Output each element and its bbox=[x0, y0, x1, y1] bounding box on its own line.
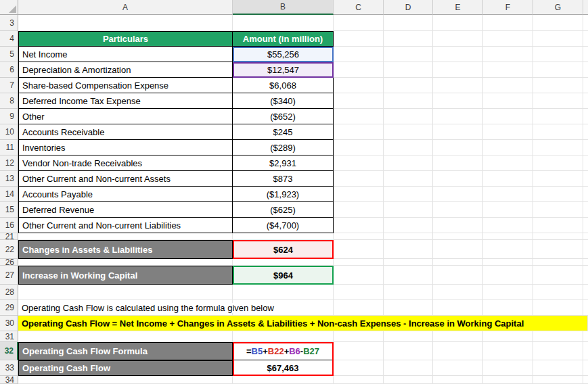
row-header-10[interactable]: 10 bbox=[0, 124, 18, 140]
grid-cell[interactable] bbox=[533, 62, 583, 78]
cell-a22-changes-label[interactable]: Changes in Assets & Liabilities bbox=[18, 240, 233, 259]
grid-cell[interactable] bbox=[433, 300, 483, 316]
grid-cell[interactable] bbox=[384, 124, 433, 140]
grid-cell[interactable] bbox=[583, 331, 588, 342]
grid-cell[interactable] bbox=[433, 240, 483, 259]
row-header-13[interactable]: 13 bbox=[0, 171, 18, 187]
grid-cell[interactable] bbox=[384, 259, 433, 266]
grid-cell[interactable] bbox=[583, 233, 588, 240]
grid-cell[interactable] bbox=[384, 331, 433, 342]
grid-cell[interactable] bbox=[384, 233, 433, 240]
col-header-g[interactable]: G bbox=[533, 0, 583, 15]
cell-a30-highlighted-formula[interactable]: Operating Cash Flow = Net Income + Chang… bbox=[18, 316, 588, 331]
grid-cell[interactable] bbox=[533, 331, 583, 342]
cell-a27-wc-label[interactable]: Increase in Working Capital bbox=[18, 266, 233, 285]
grid-cell[interactable] bbox=[483, 15, 533, 31]
grid-cell[interactable] bbox=[483, 360, 533, 376]
grid-cell[interactable] bbox=[233, 376, 334, 384]
grid-cell[interactable] bbox=[334, 62, 384, 78]
row-header-5[interactable]: 5 bbox=[0, 47, 18, 62]
grid-cell[interactable] bbox=[233, 233, 334, 240]
grid-cell[interactable] bbox=[583, 62, 588, 78]
cell-b33-result-value[interactable]: $67,463 bbox=[233, 360, 334, 376]
grid-cell[interactable] bbox=[334, 109, 384, 124]
grid-cell[interactable] bbox=[533, 31, 583, 47]
cell-a16-label[interactable]: Other Current and Non-current Liabilitie… bbox=[18, 218, 233, 233]
grid-cell[interactable] bbox=[334, 233, 384, 240]
col-header-c[interactable]: C bbox=[334, 0, 384, 15]
grid-cell[interactable] bbox=[384, 155, 433, 171]
grid-cell[interactable] bbox=[433, 124, 483, 140]
grid-cell[interactable] bbox=[18, 285, 233, 300]
cell-b27-wc-value[interactable]: $964 bbox=[233, 266, 334, 285]
grid-cell[interactable] bbox=[533, 285, 583, 300]
grid-cell[interactable] bbox=[533, 109, 583, 124]
grid-cell[interactable] bbox=[583, 360, 588, 376]
cell-b22-changes-value[interactable]: $624 bbox=[233, 240, 334, 259]
grid-cell[interactable] bbox=[583, 78, 588, 93]
grid-cell[interactable] bbox=[483, 218, 533, 233]
grid-cell[interactable] bbox=[334, 285, 384, 300]
grid-cell[interactable] bbox=[384, 266, 433, 285]
cell-a14-label[interactable]: Accounts Payable bbox=[18, 187, 233, 202]
grid-cell[interactable] bbox=[384, 109, 433, 124]
grid-cell[interactable] bbox=[583, 140, 588, 155]
cell-b32-formula[interactable]: = B5 + B22 + B6 - B27 bbox=[233, 342, 334, 360]
cell-b16-value[interactable]: ($4,700) bbox=[233, 218, 334, 233]
cell-b13-value[interactable]: $873 bbox=[233, 171, 334, 187]
row-header-15[interactable]: 15 bbox=[0, 202, 18, 218]
grid-cell[interactable] bbox=[583, 342, 588, 360]
grid-cell[interactable] bbox=[334, 218, 384, 233]
grid-cell[interactable] bbox=[18, 376, 233, 384]
grid-cell[interactable] bbox=[533, 259, 583, 266]
grid-cell[interactable] bbox=[433, 140, 483, 155]
col-header-b[interactable]: B bbox=[233, 0, 334, 15]
grid-cell[interactable] bbox=[533, 187, 583, 202]
cell-a15-label[interactable]: Deferred Revenue bbox=[18, 202, 233, 218]
grid-cell[interactable] bbox=[384, 93, 433, 109]
grid-cell[interactable] bbox=[533, 233, 583, 240]
grid-cell[interactable] bbox=[334, 259, 384, 266]
grid-cell[interactable] bbox=[334, 187, 384, 202]
grid-cell[interactable] bbox=[433, 342, 483, 360]
grid-cell[interactable] bbox=[18, 331, 233, 342]
grid-cell[interactable] bbox=[433, 202, 483, 218]
grid-cell[interactable] bbox=[533, 240, 583, 259]
grid-cell[interactable] bbox=[334, 376, 384, 384]
grid-cell[interactable] bbox=[533, 342, 583, 360]
grid-cell[interactable] bbox=[483, 62, 533, 78]
grid-cell[interactable] bbox=[533, 124, 583, 140]
grid-cell[interactable] bbox=[483, 109, 533, 124]
grid-cell[interactable] bbox=[483, 171, 533, 187]
grid-cell[interactable] bbox=[483, 124, 533, 140]
grid-cell[interactable] bbox=[433, 331, 483, 342]
grid-cell[interactable] bbox=[483, 47, 533, 62]
grid-cell[interactable] bbox=[533, 218, 583, 233]
grid-cell[interactable] bbox=[583, 31, 588, 47]
cell-a7-label[interactable]: Share-based Compensation Expense bbox=[18, 78, 233, 93]
grid-cell[interactable] bbox=[583, 300, 588, 316]
grid-cell[interactable] bbox=[384, 31, 433, 47]
grid-cell[interactable] bbox=[583, 124, 588, 140]
grid-cell[interactable] bbox=[334, 93, 384, 109]
grid-cell[interactable] bbox=[334, 155, 384, 171]
grid-cell[interactable] bbox=[384, 78, 433, 93]
grid-cell[interactable] bbox=[334, 47, 384, 62]
row-header-33[interactable]: 33 bbox=[0, 360, 18, 376]
grid-cell[interactable] bbox=[384, 47, 433, 62]
grid-cell[interactable] bbox=[433, 93, 483, 109]
grid-cell[interactable] bbox=[384, 187, 433, 202]
row-header-30[interactable]: 30 bbox=[0, 316, 18, 331]
grid-cell[interactable] bbox=[433, 376, 483, 384]
cell-a8-label[interactable]: Deferred Income Tax Expense bbox=[18, 93, 233, 109]
grid-cell[interactable] bbox=[433, 15, 483, 31]
grid-cell[interactable] bbox=[433, 31, 483, 47]
row-header-22[interactable]: 22 bbox=[0, 240, 18, 259]
col-header-e[interactable]: E bbox=[433, 0, 483, 15]
grid-cell[interactable] bbox=[583, 218, 588, 233]
grid-cell[interactable] bbox=[483, 240, 533, 259]
row-header-16[interactable]: 16 bbox=[0, 218, 18, 233]
grid-cell[interactable] bbox=[334, 240, 384, 259]
grid-cell[interactable] bbox=[583, 266, 588, 285]
grid-cell[interactable] bbox=[18, 259, 233, 266]
